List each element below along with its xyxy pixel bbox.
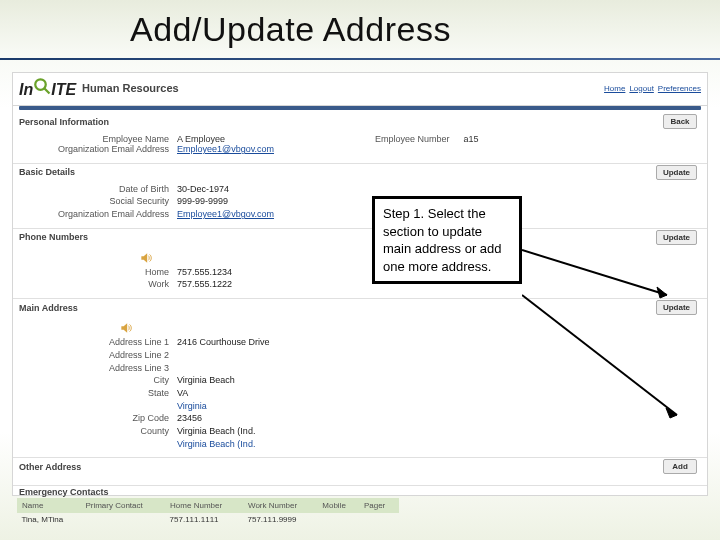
section-title-phone: Phone Numbers — [19, 232, 88, 242]
arrow-to-add — [522, 290, 692, 430]
label-ssn: Social Security — [19, 196, 169, 208]
label-addr2: Address Line 2 — [19, 350, 169, 362]
cell-work: 757.111.9999 — [243, 513, 317, 527]
callout-step1: Step 1. Select the section to update mai… — [372, 196, 522, 284]
value-city: Virginia Beach — [177, 375, 235, 387]
nav-preferences[interactable]: Preferences — [658, 84, 701, 93]
page-title: Personal Information — [19, 117, 109, 127]
nav-home[interactable]: Home — [604, 84, 625, 93]
col-name: Name — [18, 499, 81, 513]
label-county: County — [19, 426, 169, 438]
section-title-basic: Basic Details — [19, 167, 75, 177]
value-zip: 23456 — [177, 413, 202, 425]
logo: In ITE — [19, 77, 76, 99]
slide-title: Add/Update Address — [0, 0, 720, 55]
label-work-phone: Work — [19, 279, 169, 291]
cell-pager — [359, 513, 398, 527]
cell-home: 757.111.1111 — [166, 513, 244, 527]
label-zip: Zip Code — [19, 413, 169, 425]
col-work: Work Number — [243, 499, 317, 513]
value-state-2: Virginia — [177, 401, 207, 413]
logo-wrap: In ITE Human Resources — [19, 77, 179, 99]
section-other-address: Other Address Add — [13, 457, 707, 475]
speaker-icon — [139, 251, 153, 265]
section-basic-details: Basic Details Update — [13, 163, 707, 181]
value-county-2: Virginia Beach (Ind. — [177, 439, 255, 451]
value-addr1: 2416 Courthouse Drive — [177, 337, 270, 349]
value-county: Virginia Beach (Ind. — [177, 426, 255, 438]
section-title-other-addr: Other Address — [19, 462, 81, 472]
label-basic-email: Organization Email Address — [19, 209, 169, 221]
col-pager: Pager — [359, 499, 398, 513]
label-addr1: Address Line 1 — [19, 337, 169, 349]
emergency-contacts-table: Name Primary Contact Home Number Work Nu… — [17, 498, 399, 526]
page-header: Personal Information Back — [13, 112, 707, 131]
col-primary: Primary Contact — [81, 499, 166, 513]
label-home-phone: Home — [19, 267, 169, 279]
cell-primary — [81, 513, 166, 527]
label-emp-name: Employee Name — [19, 134, 169, 144]
col-home: Home Number — [166, 499, 244, 513]
label-dob: Date of Birth — [19, 184, 169, 196]
add-other-addr-button[interactable]: Add — [663, 459, 697, 474]
svg-line-1 — [44, 88, 49, 93]
value-emp-number: a15 — [464, 134, 479, 144]
svg-point-0 — [35, 79, 46, 90]
label-emp-number: Employee Number — [375, 134, 450, 144]
breadcrumb: Home Logout Preferences — [604, 84, 701, 93]
cell-mobile — [318, 513, 360, 527]
app-header: In ITE Human Resources Home Logout Prefe… — [13, 73, 707, 106]
svg-line-2 — [522, 250, 667, 295]
label-city: City — [19, 375, 169, 387]
svg-line-4 — [522, 295, 677, 415]
back-button[interactable]: Back — [663, 114, 697, 129]
cell-name: Tina, MTina — [18, 513, 81, 527]
speaker-icon — [119, 321, 133, 335]
value-org-email[interactable]: Employee1@vbgov.com — [177, 144, 274, 154]
value-ssn: 999-99-9999 — [177, 196, 228, 208]
value-emp-name: A Employee — [177, 134, 225, 144]
update-basic-button[interactable]: Update — [656, 165, 697, 180]
col-mobile: Mobile — [318, 499, 360, 513]
value-home-phone: 757.555.1234 — [177, 267, 232, 279]
section-emergency: Emergency Contacts — [13, 485, 707, 498]
app-name: Human Resources — [82, 82, 179, 94]
identity-block: Employee NameA Employee Employee Numbera… — [13, 131, 707, 161]
nav-logout[interactable]: Logout — [629, 84, 653, 93]
section-title-main-addr: Main Address — [19, 303, 78, 313]
label-org-email: Organization Email Address — [19, 144, 169, 156]
value-basic-email[interactable]: Employee1@vbgov.com — [177, 209, 274, 219]
value-dob: 30-Dec-1974 — [177, 184, 229, 196]
title-rule — [0, 58, 720, 60]
label-addr3: Address Line 3 — [19, 363, 169, 375]
table-row: Tina, MTina 757.111.1111 757.111.9999 — [18, 513, 399, 527]
section-title-emergency: Emergency Contacts — [19, 487, 109, 497]
value-work-phone: 757.555.1222 — [177, 279, 232, 291]
label-state: State — [19, 388, 169, 400]
header-divider — [19, 106, 701, 110]
value-state: VA — [177, 388, 188, 400]
table-header-row: Name Primary Contact Home Number Work Nu… — [18, 499, 399, 513]
magnifier-icon — [33, 77, 51, 95]
